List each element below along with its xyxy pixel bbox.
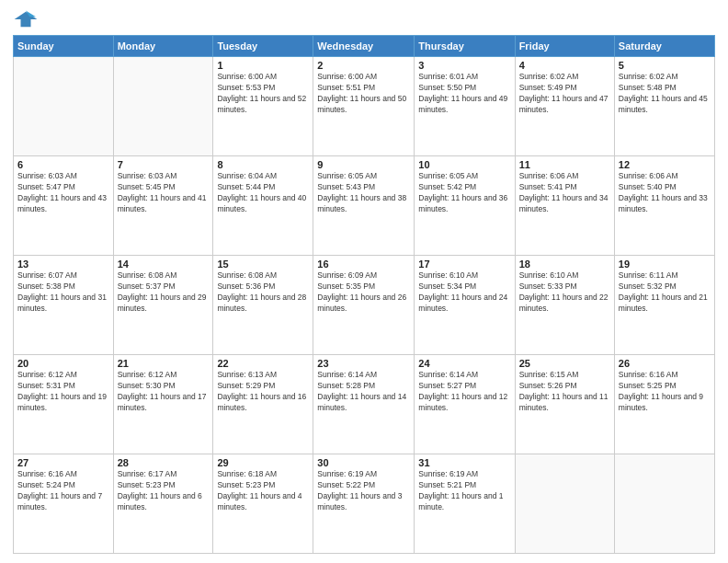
calendar-week-2: 6Sunrise: 6:03 AMSunset: 5:47 PMDaylight…	[14, 156, 715, 256]
day-number: 7	[118, 159, 210, 170]
day-info: Sunrise: 6:19 AMSunset: 5:22 PMDaylight:…	[317, 469, 410, 513]
calendar-cell: 25Sunrise: 6:15 AMSunset: 5:26 PMDayligh…	[515, 355, 614, 454]
calendar-cell: 27Sunrise: 6:16 AMSunset: 5:24 PMDayligh…	[14, 454, 114, 554]
day-info: Sunrise: 6:05 AMSunset: 5:43 PMDaylight:…	[317, 171, 410, 215]
day-number: 3	[418, 60, 510, 71]
day-info: Sunrise: 6:12 AMSunset: 5:30 PMDaylight:…	[118, 370, 210, 414]
calendar-table: SundayMondayTuesdayWednesdayThursdayFrid…	[13, 35, 715, 554]
day-info: Sunrise: 6:14 AMSunset: 5:28 PMDaylight:…	[317, 370, 410, 414]
weekday-header-tuesday: Tuesday	[213, 36, 313, 57]
calendar-cell: 20Sunrise: 6:12 AMSunset: 5:31 PMDayligh…	[14, 355, 114, 454]
day-number: 9	[317, 159, 410, 170]
calendar-cell: 29Sunrise: 6:18 AMSunset: 5:23 PMDayligh…	[213, 454, 313, 554]
day-number: 26	[619, 358, 711, 369]
day-info: Sunrise: 6:08 AMSunset: 5:36 PMDaylight:…	[217, 270, 309, 315]
calendar-cell: 2Sunrise: 6:00 AMSunset: 5:51 PMDaylight…	[313, 57, 415, 156]
day-number: 11	[519, 159, 610, 170]
header	[13, 9, 715, 29]
day-info: Sunrise: 6:06 AMSunset: 5:40 PMDaylight:…	[619, 171, 711, 215]
day-number: 21	[118, 358, 210, 369]
calendar-week-4: 20Sunrise: 6:12 AMSunset: 5:31 PMDayligh…	[14, 355, 715, 454]
calendar-cell: 22Sunrise: 6:13 AMSunset: 5:29 PMDayligh…	[213, 355, 313, 454]
day-info: Sunrise: 6:02 AMSunset: 5:48 PMDaylight:…	[619, 72, 711, 116]
day-number: 22	[217, 358, 309, 369]
calendar-cell: 31Sunrise: 6:19 AMSunset: 5:21 PMDayligh…	[415, 454, 515, 554]
day-info: Sunrise: 6:00 AMSunset: 5:51 PMDaylight:…	[317, 72, 410, 116]
day-info: Sunrise: 6:08 AMSunset: 5:37 PMDaylight:…	[118, 270, 210, 315]
day-info: Sunrise: 6:04 AMSunset: 5:44 PMDaylight:…	[217, 171, 309, 215]
calendar-cell: 13Sunrise: 6:07 AMSunset: 5:38 PMDayligh…	[14, 256, 114, 355]
day-info: Sunrise: 6:19 AMSunset: 5:21 PMDaylight:…	[418, 469, 510, 513]
calendar-cell: 1Sunrise: 6:00 AMSunset: 5:53 PMDaylight…	[213, 57, 313, 156]
day-info: Sunrise: 6:17 AMSunset: 5:23 PMDaylight:…	[118, 469, 210, 513]
weekday-header-monday: Monday	[113, 36, 213, 57]
weekday-header-row: SundayMondayTuesdayWednesdayThursdayFrid…	[14, 36, 715, 57]
day-number: 30	[317, 457, 410, 468]
day-info: Sunrise: 6:13 AMSunset: 5:29 PMDaylight:…	[217, 370, 309, 414]
calendar-cell	[113, 57, 213, 156]
day-number: 25	[519, 358, 610, 369]
day-info: Sunrise: 6:03 AMSunset: 5:47 PMDaylight:…	[17, 171, 109, 215]
weekday-header-saturday: Saturday	[614, 36, 714, 57]
day-info: Sunrise: 6:02 AMSunset: 5:49 PMDaylight:…	[519, 72, 610, 116]
logo-bird-icon	[13, 9, 39, 29]
day-number: 4	[519, 60, 610, 71]
day-number: 6	[17, 159, 109, 170]
calendar-cell: 24Sunrise: 6:14 AMSunset: 5:27 PMDayligh…	[415, 355, 515, 454]
day-number: 16	[317, 259, 410, 270]
day-info: Sunrise: 6:15 AMSunset: 5:26 PMDaylight:…	[519, 370, 610, 414]
weekday-header-friday: Friday	[515, 36, 614, 57]
day-number: 13	[17, 259, 109, 270]
calendar-cell: 3Sunrise: 6:01 AMSunset: 5:50 PMDaylight…	[415, 57, 515, 156]
calendar-cell: 8Sunrise: 6:04 AMSunset: 5:44 PMDaylight…	[213, 156, 313, 256]
calendar-cell: 6Sunrise: 6:03 AMSunset: 5:47 PMDaylight…	[14, 156, 114, 256]
weekday-header-sunday: Sunday	[14, 36, 114, 57]
calendar-cell: 15Sunrise: 6:08 AMSunset: 5:36 PMDayligh…	[213, 256, 313, 355]
day-info: Sunrise: 6:16 AMSunset: 5:25 PMDaylight:…	[619, 370, 711, 414]
calendar-cell: 14Sunrise: 6:08 AMSunset: 5:37 PMDayligh…	[113, 256, 213, 355]
day-info: Sunrise: 6:12 AMSunset: 5:31 PMDaylight:…	[17, 370, 109, 414]
calendar-week-5: 27Sunrise: 6:16 AMSunset: 5:24 PMDayligh…	[14, 454, 715, 554]
logo	[13, 9, 42, 29]
day-info: Sunrise: 6:07 AMSunset: 5:38 PMDaylight:…	[17, 270, 109, 315]
day-info: Sunrise: 6:18 AMSunset: 5:23 PMDaylight:…	[217, 469, 309, 513]
calendar-cell	[14, 57, 114, 156]
day-info: Sunrise: 6:05 AMSunset: 5:42 PMDaylight:…	[418, 171, 510, 215]
calendar-cell: 28Sunrise: 6:17 AMSunset: 5:23 PMDayligh…	[113, 454, 213, 554]
calendar-cell	[614, 454, 714, 554]
calendar-cell: 10Sunrise: 6:05 AMSunset: 5:42 PMDayligh…	[415, 156, 515, 256]
calendar-cell: 17Sunrise: 6:10 AMSunset: 5:34 PMDayligh…	[415, 256, 515, 355]
day-info: Sunrise: 6:00 AMSunset: 5:53 PMDaylight:…	[217, 72, 309, 116]
calendar-cell: 16Sunrise: 6:09 AMSunset: 5:35 PMDayligh…	[313, 256, 415, 355]
day-number: 17	[418, 259, 510, 270]
day-number: 5	[619, 60, 711, 71]
weekday-header-thursday: Thursday	[415, 36, 515, 57]
day-number: 27	[17, 457, 109, 468]
day-number: 23	[317, 358, 410, 369]
calendar-week-1: 1Sunrise: 6:00 AMSunset: 5:53 PMDaylight…	[14, 57, 715, 156]
calendar-cell	[515, 454, 614, 554]
calendar-cell: 18Sunrise: 6:10 AMSunset: 5:33 PMDayligh…	[515, 256, 614, 355]
calendar-cell: 7Sunrise: 6:03 AMSunset: 5:45 PMDaylight…	[113, 156, 213, 256]
day-info: Sunrise: 6:10 AMSunset: 5:33 PMDaylight:…	[519, 270, 610, 315]
day-info: Sunrise: 6:11 AMSunset: 5:32 PMDaylight:…	[619, 270, 711, 315]
day-number: 18	[519, 259, 610, 270]
calendar-cell: 21Sunrise: 6:12 AMSunset: 5:30 PMDayligh…	[113, 355, 213, 454]
day-number: 29	[217, 457, 309, 468]
calendar-week-3: 13Sunrise: 6:07 AMSunset: 5:38 PMDayligh…	[14, 256, 715, 355]
day-number: 1	[217, 60, 309, 71]
calendar-cell: 26Sunrise: 6:16 AMSunset: 5:25 PMDayligh…	[614, 355, 714, 454]
day-number: 12	[619, 159, 711, 170]
day-info: Sunrise: 6:16 AMSunset: 5:24 PMDaylight:…	[17, 469, 109, 513]
day-number: 20	[17, 358, 109, 369]
calendar-cell: 30Sunrise: 6:19 AMSunset: 5:22 PMDayligh…	[313, 454, 415, 554]
day-info: Sunrise: 6:14 AMSunset: 5:27 PMDaylight:…	[418, 370, 510, 414]
calendar-cell: 19Sunrise: 6:11 AMSunset: 5:32 PMDayligh…	[614, 256, 714, 355]
day-number: 10	[418, 159, 510, 170]
day-number: 15	[217, 259, 309, 270]
day-number: 31	[418, 457, 510, 468]
calendar-cell: 5Sunrise: 6:02 AMSunset: 5:48 PMDaylight…	[614, 57, 714, 156]
day-info: Sunrise: 6:10 AMSunset: 5:34 PMDaylight:…	[418, 270, 510, 315]
calendar-cell: 11Sunrise: 6:06 AMSunset: 5:41 PMDayligh…	[515, 156, 614, 256]
day-number: 2	[317, 60, 410, 71]
